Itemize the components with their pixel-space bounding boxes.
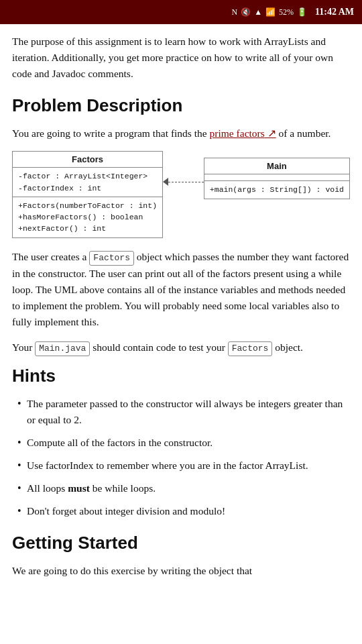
status-icons: N 🔇 ▲ 📶 52% 🔋 bbox=[231, 7, 307, 17]
main-uml-header: Main bbox=[204, 158, 349, 174]
main-method-1: +main(args : String[]) : void bbox=[210, 184, 344, 195]
p3-mid: should contain code to test your bbox=[90, 341, 227, 353]
hint-item-3: Use factorIndex to remember where you ar… bbox=[12, 458, 350, 474]
factors-field-1: -factor : ArrayList<Integer> bbox=[18, 170, 157, 182]
problem-text-before: You are going to write a program that fi… bbox=[12, 127, 210, 139]
uml-diagram: Factors -factor : ArrayList<Integer> -fa… bbox=[12, 151, 350, 237]
hint-text-3: Use factorIndex to remember where you ar… bbox=[27, 460, 308, 471]
problem-paragraph2: The user creates a Factors object which … bbox=[12, 249, 350, 330]
hint-item-4: All loops must be while loops. bbox=[12, 480, 350, 496]
factors-badge-2: Factors bbox=[228, 341, 273, 356]
factors-uml-methods: +Factors(numberToFactor : int) +hasMoreF… bbox=[13, 197, 162, 237]
nfc-icon: N bbox=[231, 7, 237, 17]
hint-text-4-before: All loops bbox=[27, 482, 68, 494]
getting-started-text: We are going to do this exercise by writ… bbox=[12, 563, 350, 579]
factors-method-2: +hasMoreFactors() : boolean bbox=[18, 211, 157, 223]
hints-heading: Hints bbox=[12, 366, 350, 386]
main-content: The purpose of this assignment is to lea… bbox=[0, 24, 362, 592]
factors-method-3: +nextFactor() : int bbox=[18, 223, 157, 234]
factors-badge-1: Factors bbox=[89, 251, 134, 266]
factors-uml-box: Factors -factor : ArrayList<Integer> -fa… bbox=[12, 151, 163, 237]
hints-list: The parameter passed to the constructor … bbox=[12, 396, 350, 519]
problem-text-after: of a number. bbox=[276, 127, 331, 139]
prime-factors-link[interactable]: prime factors ↗ bbox=[210, 127, 276, 139]
problem-paragraph3: Your Main.java should contain code to te… bbox=[12, 339, 350, 356]
hint-text-1: The parameter passed to the constructor … bbox=[27, 398, 343, 425]
main-uml-methods: +main(args : String[]) : void bbox=[204, 181, 349, 198]
problem-description-heading: Problem Description bbox=[12, 95, 350, 116]
mute-icon: 🔇 bbox=[241, 7, 251, 17]
factors-method-1: +Factors(numberToFactor : int) bbox=[18, 200, 157, 211]
hint-text-2: Compute all of the factors in the constr… bbox=[27, 437, 213, 448]
hint-item-5: Don't forget about integer division and … bbox=[12, 503, 350, 519]
hint-text-4-after: be while loops. bbox=[90, 482, 156, 494]
main-uml-empty-fields bbox=[204, 174, 349, 181]
factors-uml-fields: -factor : ArrayList<Integer> -factorInde… bbox=[13, 168, 162, 197]
mainjava-badge: Main.java bbox=[35, 341, 90, 356]
problem-paragraph1: You are going to write a program that fi… bbox=[12, 125, 350, 142]
battery-icon: 🔋 bbox=[297, 7, 307, 17]
arrow-line bbox=[168, 182, 204, 182]
p3-after: object. bbox=[272, 341, 303, 353]
signal-icon: 📶 bbox=[265, 7, 276, 17]
factors-uml-header: Factors bbox=[13, 152, 162, 168]
status-bar: N 🔇 ▲ 📶 52% 🔋 11:42 AM bbox=[0, 0, 362, 24]
arrow-head bbox=[163, 178, 168, 186]
p2-before: The user creates a bbox=[12, 251, 89, 262]
intro-paragraph: The purpose of this assignment is to lea… bbox=[12, 34, 350, 82]
hint-item-1: The parameter passed to the constructor … bbox=[12, 396, 350, 428]
getting-started-heading: Getting Started bbox=[12, 533, 350, 553]
p3-before: Your bbox=[12, 341, 35, 353]
factors-field-2: -factorIndex : int bbox=[18, 182, 157, 194]
uml-arrow bbox=[163, 178, 204, 186]
hint-text-4-bold: must bbox=[68, 482, 90, 494]
status-time: 11:42 AM bbox=[315, 7, 354, 17]
main-uml-box: Main +main(args : String[]) : void bbox=[204, 158, 350, 199]
hint-item-2: Compute all of the factors in the constr… bbox=[12, 435, 350, 451]
wifi-icon: ▲ bbox=[254, 7, 262, 17]
hint-text-5: Don't forget about integer division and … bbox=[27, 505, 225, 517]
battery-percent: 52% bbox=[279, 7, 294, 17]
